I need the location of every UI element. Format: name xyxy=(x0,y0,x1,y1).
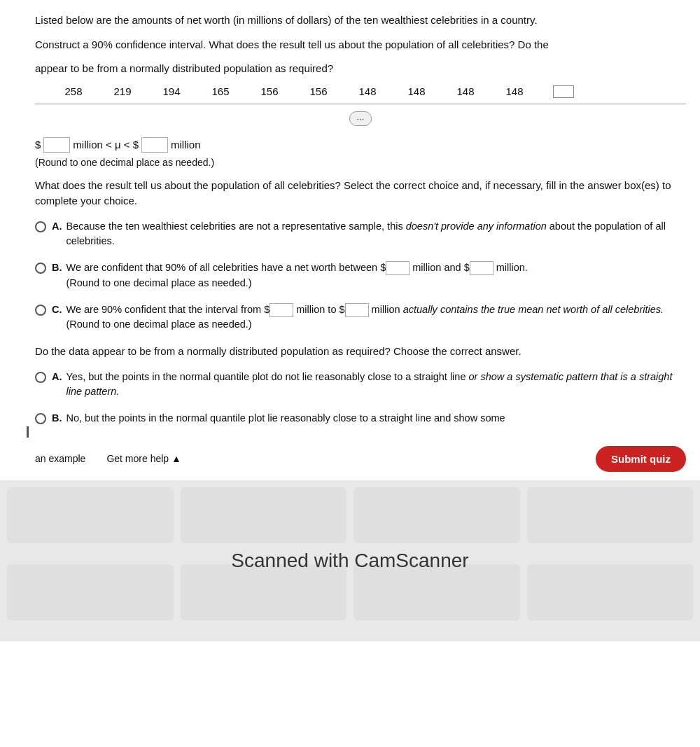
data-val-7: 148 xyxy=(406,85,427,97)
option-c-lower-input[interactable] xyxy=(270,303,293,317)
get-help-label: Get more help xyxy=(106,453,169,464)
option-c-radio[interactable] xyxy=(35,305,46,316)
submit-quiz-button[interactable]: Submit quiz xyxy=(596,446,686,472)
scanner-icon-5 xyxy=(7,564,174,620)
data-val-0: 258 xyxy=(63,85,84,97)
ci-lower-input[interactable] xyxy=(43,137,70,153)
ellipsis-button[interactable]: ··· xyxy=(349,111,372,126)
scanner-icon-8 xyxy=(527,564,694,620)
option-b-upper-input[interactable] xyxy=(470,261,493,275)
ci-middle-label: million < μ < $ xyxy=(73,139,139,151)
example-link[interactable]: an example xyxy=(35,453,85,464)
divider-row: ··· xyxy=(35,104,686,126)
confidence-interval-line: $ million < μ < $ million xyxy=(35,137,686,153)
data-val-1: 219 xyxy=(112,85,133,97)
second-option-a-radio[interactable] xyxy=(35,372,46,383)
question-text-line1: Listed below are the amounts of net wort… xyxy=(35,13,686,29)
select-question-text: What does the result tell us about the p… xyxy=(35,178,686,209)
get-help-button[interactable]: Get more help ▲ xyxy=(106,453,181,464)
data-val-8: 148 xyxy=(455,85,476,97)
content-area: Listed below are the amounts of net wort… xyxy=(0,0,700,480)
data-val-6: 148 xyxy=(357,85,378,97)
data-val-4: 156 xyxy=(259,85,280,97)
scanner-section: Scanned with CamScanner xyxy=(0,480,700,641)
option-c-block: C. We are 90% confident that the interva… xyxy=(35,302,686,333)
scanner-icon-3 xyxy=(354,487,520,543)
option-a-block: A. Because the ten wealthiest celebritie… xyxy=(35,219,686,250)
option-a-text: Because the ten wealthiest celebrities a… xyxy=(66,219,687,250)
page-wrapper: Listed below are the amounts of net wort… xyxy=(0,0,700,747)
ci-end-label: million xyxy=(171,139,201,151)
option-c-text: We are 90% confident that the interval f… xyxy=(66,302,687,333)
ci-dollar-1: $ xyxy=(35,139,41,151)
option-b-lower-input[interactable] xyxy=(386,261,410,275)
second-option-b-text: No, but the points in the normal quantil… xyxy=(66,411,687,426)
question-text-line2: Construct a 90% confidence interval. Wha… xyxy=(35,37,686,53)
round-note-1: (Round to one decimal place as needed.) xyxy=(35,157,686,168)
scanner-icon-1 xyxy=(7,487,174,543)
second-option-b-letter: B. xyxy=(52,411,62,426)
scanner-text: Scanned with CamScanner xyxy=(231,550,468,572)
scanner-icon-4 xyxy=(527,487,694,543)
scanner-icon-7 xyxy=(354,564,520,620)
data-val-9: 148 xyxy=(504,85,525,97)
second-option-b-radio[interactable] xyxy=(35,413,46,424)
option-b-block: B. We are confident that 90% of all cele… xyxy=(35,260,686,291)
help-arrow-icon: ▲ xyxy=(172,453,181,464)
scanner-icon-2 xyxy=(181,487,347,543)
option-b-text: We are confident that 90% of all celebri… xyxy=(66,260,687,291)
main-content: Listed below are the amounts of net wort… xyxy=(0,0,700,426)
data-row: 258 219 194 165 156 156 148 148 148 148 xyxy=(63,85,686,98)
option-b-letter: B. xyxy=(52,260,62,276)
data-val-3: 165 xyxy=(210,85,231,97)
data-val-5: 156 xyxy=(308,85,329,97)
option-b-radio[interactable] xyxy=(35,263,46,274)
option-c-upper-input[interactable] xyxy=(345,303,369,317)
option-a-letter: A. xyxy=(52,219,62,235)
second-option-b-block: B. No, but the points in the normal quan… xyxy=(35,411,686,426)
bottom-bar: an example Get more help ▲ Submit quiz xyxy=(0,438,700,480)
option-b-round-note: (Round to one decimal place as needed.) xyxy=(66,277,252,288)
copy-icon[interactable] xyxy=(553,85,574,98)
second-option-a-block: A. Yes, but the points in the normal qua… xyxy=(35,370,686,400)
option-a-radio[interactable] xyxy=(35,221,46,232)
option-c-letter: C. xyxy=(52,302,62,318)
ci-upper-input[interactable] xyxy=(141,137,168,153)
option-c-round-note: (Round to one decimal place as needed.) xyxy=(66,319,252,330)
second-question-text: Do the data appear to be from a normally… xyxy=(35,344,686,360)
second-option-a-letter: A. xyxy=(52,370,62,385)
question-text-line3: appear to be from a normally distributed… xyxy=(35,61,686,77)
scanner-icon-6 xyxy=(181,564,347,620)
data-val-2: 194 xyxy=(161,85,182,97)
second-option-a-text: Yes, but the points in the normal quanti… xyxy=(66,370,687,400)
